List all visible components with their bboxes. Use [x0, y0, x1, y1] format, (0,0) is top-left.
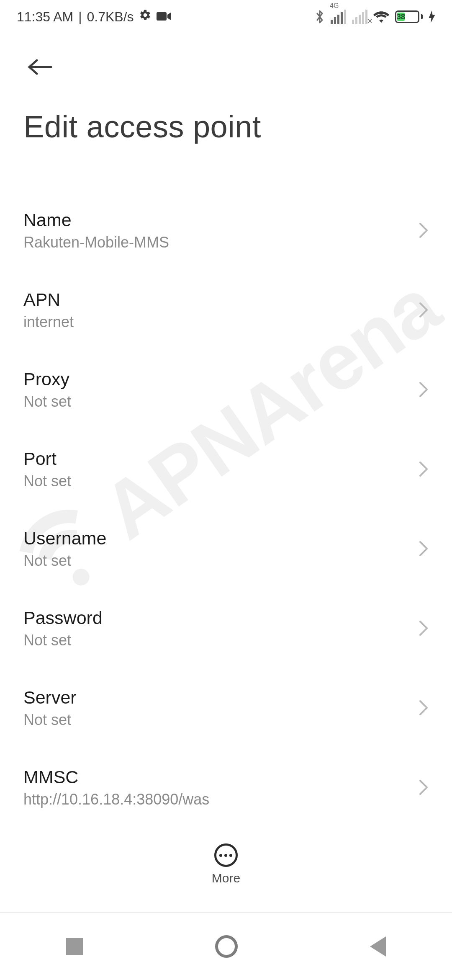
chevron-right-icon: [419, 620, 429, 637]
row-value: Not set: [23, 393, 410, 410]
row-label: Name: [23, 210, 410, 230]
row-value: Not set: [23, 472, 410, 490]
status-right: 4G ✕ 38: [315, 9, 435, 24]
row-value: Rakuten-Mobile-MMS: [23, 234, 410, 251]
more-label: More: [212, 871, 240, 885]
nav-recents-button[interactable]: [66, 938, 83, 955]
row-mmsc[interactable]: MMSC http://10.16.18.4:38090/was: [0, 748, 452, 827]
row-value: Not set: [23, 711, 410, 729]
row-value: Not set: [23, 632, 410, 649]
chevron-right-icon: [419, 461, 429, 477]
row-label: Proxy: [23, 369, 410, 389]
settings-list: Name Rakuten-Mobile-MMS APN internet Pro…: [0, 191, 452, 907]
status-bar: 11:35 AM | 0.7KB/s 4G ✕: [0, 0, 452, 34]
chevron-right-icon: [419, 381, 429, 398]
chevron-right-icon: [419, 540, 429, 557]
status-divider: |: [78, 9, 82, 25]
charging-icon: [429, 10, 435, 23]
row-value: http://10.16.18.4:38090/was: [23, 791, 410, 808]
row-proxy[interactable]: Proxy Not set: [0, 350, 452, 429]
bluetooth-icon: [315, 9, 325, 24]
page-title: Edit access point: [23, 109, 429, 144]
chevron-right-icon: [419, 699, 429, 716]
signal-nosim-icon: ✕: [352, 10, 367, 24]
row-port[interactable]: Port Not set: [0, 429, 452, 509]
row-label: Server: [23, 687, 410, 708]
nav-back-button[interactable]: [370, 936, 386, 957]
camera-icon: [157, 9, 171, 25]
battery-fill: 38: [397, 13, 405, 21]
row-name[interactable]: Name Rakuten-Mobile-MMS: [0, 191, 452, 270]
status-data-rate: 0.7KB/s: [87, 9, 134, 25]
row-value: internet: [23, 313, 410, 331]
chevron-right-icon: [419, 779, 429, 796]
chevron-right-icon: [419, 222, 429, 239]
battery-indicator: 38: [395, 10, 423, 23]
gear-icon: [139, 9, 152, 25]
row-label: MMSC: [23, 767, 410, 787]
row-value: Not set: [23, 552, 410, 570]
row-username[interactable]: Username Not set: [0, 509, 452, 588]
more-button[interactable]: More: [212, 838, 240, 885]
divider: [0, 912, 452, 913]
row-apn[interactable]: APN internet: [0, 270, 452, 350]
svg-rect-0: [157, 12, 167, 21]
wifi-icon: [373, 10, 389, 23]
status-time: 11:35 AM: [17, 9, 73, 25]
row-label: Port: [23, 449, 410, 469]
row-server[interactable]: Server Not set: [0, 668, 452, 748]
status-left: 11:35 AM | 0.7KB/s: [17, 9, 171, 25]
arrow-left-icon: [27, 58, 54, 76]
navigation-bar: [0, 913, 452, 980]
row-label: Username: [23, 528, 410, 549]
row-label: APN: [23, 289, 410, 310]
row-label: Password: [23, 608, 410, 628]
header: Edit access point: [0, 34, 452, 144]
more-icon: [214, 843, 238, 867]
row-password[interactable]: Password Not set: [0, 588, 452, 668]
bottom-action-bar: More: [0, 838, 452, 905]
signal-4g-icon: 4G: [331, 10, 346, 24]
nav-home-button[interactable]: [215, 935, 238, 958]
back-button[interactable]: [23, 50, 57, 84]
chevron-right-icon: [419, 302, 429, 318]
